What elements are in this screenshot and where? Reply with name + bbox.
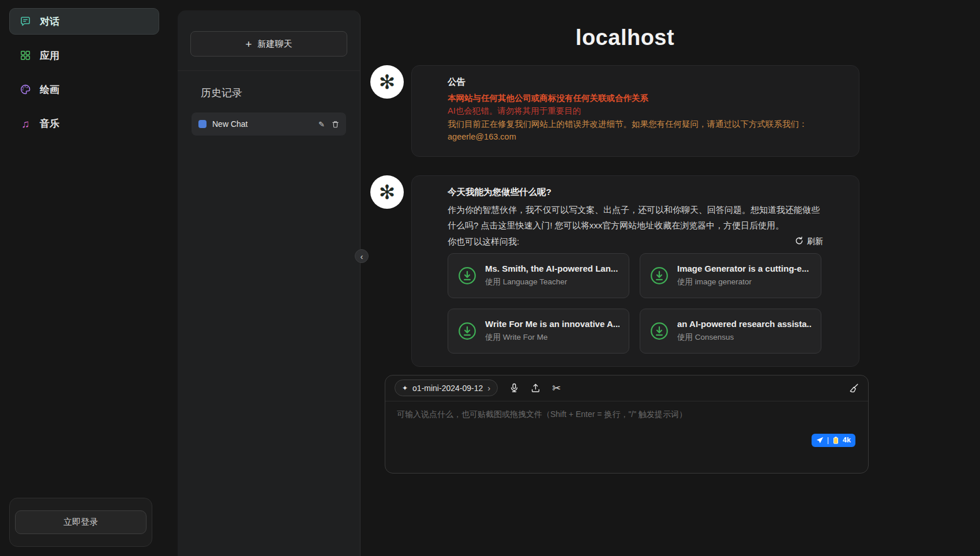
collapse-sidebar-button[interactable]: ‹ bbox=[355, 249, 369, 263]
send-token-badge[interactable]: | 4k bbox=[812, 434, 855, 447]
install-circle-icon bbox=[457, 321, 477, 341]
ask-label: 你也可以这样问我: bbox=[448, 236, 519, 247]
welcome-body: 作为你的智慧伙伴，我不仅可以写文案、出点子，还可以和你聊天、回答问题。想知道我还… bbox=[448, 202, 823, 233]
sidebar-item-label: 对话 bbox=[40, 15, 59, 28]
message-input[interactable] bbox=[397, 410, 857, 451]
sidebar-item-label: 音乐 bbox=[40, 117, 59, 130]
chat-bubble-icon bbox=[19, 16, 32, 27]
history-item[interactable]: New Chat ✎ bbox=[192, 112, 346, 136]
sidebar-item-chat[interactable]: 对话 bbox=[9, 8, 159, 35]
send-icon bbox=[816, 437, 824, 444]
music-note-icon: ♫ bbox=[19, 118, 32, 129]
history-top: + 新建聊天 bbox=[178, 10, 360, 71]
welcome-card: 今天我能为您做些什么呢? 作为你的智慧伙伴，我不仅可以写文案、出点子，还可以和你… bbox=[411, 175, 859, 367]
announcement-line: 我们目前正在修复我们网站上的错误并改进细节。如果您有任何疑问，请通过以下方式联系… bbox=[448, 118, 823, 130]
history-item-title: New Chat bbox=[212, 119, 318, 129]
announcement-line: 本网站与任何其他公司或商标没有任何关联或合作关系 bbox=[448, 92, 823, 104]
login-button[interactable]: 立即登录 bbox=[15, 510, 147, 534]
suggestion-title: Ms. Smith, the AI-powered Lan... bbox=[485, 264, 618, 273]
suggestion-title: Image Generator is a cutting-e... bbox=[677, 264, 809, 273]
suggestion-subtitle: 使用 Consensus bbox=[677, 332, 812, 343]
palette-icon bbox=[19, 84, 32, 95]
plus-icon: + bbox=[245, 39, 251, 50]
suggestion-title: Write For Me is an innovative A... bbox=[485, 319, 619, 329]
delete-icon[interactable] bbox=[332, 121, 339, 128]
badge-divider: | bbox=[827, 436, 829, 444]
history-heading: 历史记录 bbox=[201, 86, 360, 100]
install-circle-icon bbox=[649, 266, 669, 285]
chevron-right-icon: › bbox=[487, 383, 490, 393]
suggestion-subtitle: 使用 Language Teacher bbox=[485, 277, 618, 287]
suggestion-title: an AI-powered research assista... bbox=[677, 319, 812, 329]
suggestion-text: Ms. Smith, the AI-powered Lan... 使用 Lang… bbox=[485, 264, 618, 287]
contact-email-link[interactable]: ageerle@163.com bbox=[448, 130, 516, 143]
composer-toolbar: ✦ o1-mini-2024-09-12 › ✂ bbox=[385, 375, 868, 401]
suggestion-text: Write For Me is an innovative A... 使用 Wr… bbox=[485, 319, 619, 343]
sidebar-item-music[interactable]: ♫ 音乐 bbox=[9, 110, 159, 137]
composer-body: | 4k bbox=[385, 401, 868, 473]
ask-row: 你也可以这样问我: 刷新 bbox=[448, 236, 823, 247]
main-chat-area: localhost ✻ 公告 本网站与任何其他公司或商标没有任何关联或合作关系 … bbox=[361, 0, 980, 556]
announcement-line: AI也会犯错。请勿将其用于重要目的 bbox=[448, 104, 823, 117]
announcement-heading: 公告 bbox=[448, 76, 823, 88]
broom-icon bbox=[848, 383, 859, 393]
suggestion-card[interactable]: an AI-powered research assista... 使用 Con… bbox=[640, 309, 821, 354]
app-root: 对话 应用 绘画 ♫ 音乐 立即登录 + 新建聊天 bbox=[0, 0, 980, 556]
scissors-button[interactable]: ✂ bbox=[552, 383, 561, 393]
upload-button[interactable] bbox=[531, 383, 540, 393]
message-welcome: ✻ 今天我能为您做些什么呢? 作为你的智慧伙伴，我不仅可以写文案、出点子，还可以… bbox=[370, 175, 889, 367]
history-panel: + 新建聊天 历史记录 New Chat ✎ bbox=[178, 10, 361, 556]
upload-icon bbox=[531, 383, 540, 393]
edit-icon[interactable]: ✎ bbox=[318, 120, 325, 129]
welcome-heading: 今天我能为您做些什么呢? bbox=[448, 186, 823, 198]
token-count: 4k bbox=[843, 436, 851, 444]
chevron-left-icon: ‹ bbox=[361, 252, 363, 261]
suggestion-card[interactable]: Ms. Smith, the AI-powered Lan... 使用 Lang… bbox=[448, 253, 629, 298]
announcement-card: 公告 本网站与任何其他公司或商标没有任何关联或合作关系 AI也会犯错。请勿将其用… bbox=[411, 65, 859, 157]
assistant-avatar: ✻ bbox=[370, 175, 404, 209]
suggestion-text: an AI-powered research assista... 使用 Con… bbox=[677, 319, 812, 343]
refresh-suggestions-button[interactable]: 刷新 bbox=[795, 236, 823, 247]
suggestion-card[interactable]: Write For Me is an innovative A... 使用 Wr… bbox=[448, 309, 629, 354]
chat-color-swatch bbox=[198, 120, 206, 128]
openai-logo-icon: ✻ bbox=[379, 182, 396, 202]
login-panel: 立即登录 bbox=[9, 498, 152, 547]
history-item-actions: ✎ bbox=[318, 120, 339, 129]
microphone-icon bbox=[509, 383, 519, 393]
composer: ✦ o1-mini-2024-09-12 › ✂ bbox=[385, 375, 869, 474]
suggestion-card[interactable]: Image Generator is a cutting-e... 使用 ima… bbox=[640, 253, 821, 298]
battery-icon bbox=[832, 437, 839, 444]
sidebar-item-apps[interactable]: 应用 bbox=[9, 42, 159, 69]
refresh-label: 刷新 bbox=[807, 236, 823, 247]
suggestion-text: Image Generator is a cutting-e... 使用 ima… bbox=[677, 264, 809, 287]
message-announcement: ✻ 公告 本网站与任何其他公司或商标没有任何关联或合作关系 AI也会犯错。请勿将… bbox=[370, 65, 889, 157]
scissors-icon: ✂ bbox=[552, 383, 561, 393]
suggestion-subtitle: 使用 image generator bbox=[677, 277, 809, 287]
microphone-button[interactable] bbox=[509, 383, 519, 393]
suggestion-subtitle: 使用 Write For Me bbox=[485, 332, 619, 343]
openai-logo-icon: ✻ bbox=[379, 72, 396, 92]
assistant-avatar: ✻ bbox=[370, 65, 404, 99]
model-selector[interactable]: ✦ o1-mini-2024-09-12 › bbox=[395, 380, 498, 396]
sparkle-icon: ✦ bbox=[402, 384, 408, 392]
clear-context-button[interactable] bbox=[848, 383, 859, 393]
app-grid-icon bbox=[19, 50, 32, 61]
sidebar-item-label: 绘画 bbox=[40, 83, 59, 96]
install-circle-icon bbox=[457, 266, 477, 285]
suggestion-grid: Ms. Smith, the AI-powered Lan... 使用 Lang… bbox=[448, 253, 823, 354]
new-chat-button[interactable]: + 新建聊天 bbox=[190, 31, 347, 57]
sidebar: 对话 应用 绘画 ♫ 音乐 立即登录 bbox=[0, 0, 168, 556]
sidebar-item-label: 应用 bbox=[40, 49, 59, 62]
chat-column: localhost ✻ 公告 本网站与任何其他公司或商标没有任何关联或合作关系 … bbox=[361, 25, 889, 474]
model-name: o1-mini-2024-09-12 bbox=[412, 384, 483, 393]
refresh-icon bbox=[795, 236, 803, 247]
sidebar-item-drawing[interactable]: 绘画 bbox=[9, 76, 159, 103]
page-title: localhost bbox=[361, 25, 889, 50]
new-chat-label: 新建聊天 bbox=[258, 39, 292, 50]
install-circle-icon bbox=[649, 321, 669, 341]
